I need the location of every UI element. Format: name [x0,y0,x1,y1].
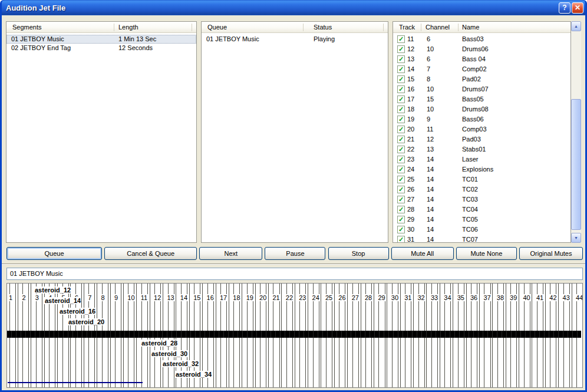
track-row[interactable]: ✓2414Explosions [393,164,570,174]
tracks-panel: Track Channel Name ✓116Bass03✓1210Drums0… [393,21,571,243]
measure-number: 41 [536,294,544,301]
track-row[interactable]: ✓2314Laser [393,154,570,164]
track-number: 13 [407,54,414,64]
track-row[interactable]: ✓1810Drums08 [393,104,570,114]
scrollbar-up-arrow-icon[interactable]: ▲ [571,21,581,31]
measure-number: 2 [21,294,26,301]
segments-column-header[interactable]: Segments [12,24,42,31]
help-button[interactable]: ? [559,2,570,14]
track-mute-checkbox[interactable]: ✓ [397,226,405,233]
track-number: 28 [407,205,414,215]
scrollbar-down-arrow-icon[interactable]: ▼ [571,233,581,243]
track-row[interactable]: ✓2614TC02 [393,185,570,195]
name-column-header[interactable]: Name [462,24,479,31]
track-number: 23 [407,154,414,164]
track-number: 22 [407,144,414,154]
track-mute-checkbox[interactable]: ✓ [397,136,405,143]
pause-button[interactable]: Pause [265,247,325,260]
segment-row[interactable]: 01 JETBOY Music1 Min 13 Sec [6,35,196,44]
track-channel: 11 [427,124,433,134]
track-mute-checkbox[interactable]: ✓ [397,126,405,133]
original-mutes-button[interactable]: Original Mutes [519,247,583,260]
track-name: Explosions [462,164,493,174]
track-row[interactable]: ✓2112Pad03 [393,134,570,144]
timeline-event-label: asteroid_16 [59,308,96,315]
track-row[interactable]: ✓158Pad02 [393,74,570,84]
queue-column-header[interactable]: Queue [207,24,227,31]
track-mute-checkbox[interactable]: ✓ [397,176,405,183]
track-mute-checkbox[interactable]: ✓ [397,55,405,63]
track-name: Comp03 [462,124,487,134]
track-number: 18 [407,104,414,114]
track-channel: 7 [427,64,430,74]
track-name: Stabs01 [462,144,486,154]
measure-number: 12 [153,294,161,301]
measure-number: 29 [377,294,385,301]
queue-row[interactable]: 01 JETBOY MusicPlaying [202,35,388,44]
track-mute-checkbox[interactable]: ✓ [397,85,405,93]
measure-number: 11 [140,294,148,301]
track-channel: 10 [427,104,434,114]
track-mute-checkbox[interactable]: ✓ [397,156,405,163]
track-channel: 6 [427,34,430,44]
track-column-header[interactable]: Track [399,24,415,31]
track-row[interactable]: ✓1610Drums07 [393,84,570,94]
track-row[interactable]: ✓2011Comp03 [393,124,570,134]
channel-column-header[interactable]: Channel [426,24,450,31]
next-button[interactable]: Next [199,247,262,260]
header-separator [383,24,384,31]
track-mute-checkbox[interactable]: ✓ [397,146,405,153]
track-mute-checkbox[interactable]: ✓ [397,236,405,242]
track-row[interactable]: ✓1715Bass05 [393,94,570,104]
track-mute-checkbox[interactable]: ✓ [397,95,405,103]
cancel-queue-button[interactable]: Cancel & Queue [104,247,197,260]
scrollbar-thumb[interactable] [571,99,581,230]
stop-button[interactable]: Stop [328,247,389,260]
tracks-scrollbar[interactable]: ▲ ▼ [571,21,581,243]
segments-list: 01 JETBOY Music1 Min 13 Sec02 JETBOY End… [6,34,196,242]
track-mute-checkbox[interactable]: ✓ [397,65,405,73]
track-name: Bass 04 [462,54,486,64]
queue-button[interactable]: Queue [6,247,102,260]
measure-number: 34 [443,294,451,301]
track-mute-checkbox[interactable]: ✓ [397,186,405,193]
track-mute-checkbox[interactable]: ✓ [397,206,405,213]
track-name: TC07 [462,235,478,242]
segment-row[interactable]: 02 JETBOY End Tag12 Seconds [6,44,196,52]
measure-number: 38 [496,294,504,301]
segments-panel-header: Segments Length [6,22,196,33]
track-row[interactable]: ✓116Bass03 [393,34,570,44]
timeline[interactable]: 1234567891011121314151617181920212223242… [6,283,583,388]
track-row[interactable]: ✓1210Drums06 [393,44,570,54]
track-row[interactable]: ✓2914TC05 [393,215,570,225]
track-row[interactable]: ✓2514TC01 [393,174,570,185]
track-row[interactable]: ✓3014TC06 [393,225,570,235]
track-mute-checkbox[interactable]: ✓ [397,106,405,113]
track-mute-checkbox[interactable]: ✓ [397,75,405,83]
queue-status: Playing [314,35,335,44]
timeline-event-label: asteroid_32 [162,360,199,367]
track-row[interactable]: ✓3114TC07 [393,235,570,242]
track-mute-checkbox[interactable]: ✓ [397,166,405,173]
mute-none-button[interactable]: Mute None [456,247,517,260]
scrollbar-track[interactable] [571,31,581,233]
track-row[interactable]: ✓136Bass 04 [393,54,570,64]
track-row[interactable]: ✓199Bass06 [393,114,570,124]
close-button[interactable]: ✕ [572,2,583,14]
current-segment-field[interactable]: 01 JETBOY Music [6,268,583,280]
track-mute-checkbox[interactable]: ✓ [397,116,405,123]
track-row[interactable]: ✓2814TC04 [393,205,570,215]
track-row[interactable]: ✓2213Stabs01 [393,144,570,154]
track-mute-checkbox[interactable]: ✓ [397,196,405,203]
length-column-header[interactable]: Length [118,24,138,31]
track-row[interactable]: ✓2714TC03 [393,195,570,205]
mute-all-button[interactable]: Mute All [391,247,454,260]
track-row[interactable]: ✓147Comp02 [393,64,570,74]
track-mute-checkbox[interactable]: ✓ [397,35,405,43]
track-number: 17 [407,94,414,104]
track-mute-checkbox[interactable]: ✓ [397,45,405,53]
track-mute-checkbox[interactable]: ✓ [397,216,405,223]
status-column-header[interactable]: Status [314,24,332,31]
measure-number: 14 [180,294,188,301]
titlebar[interactable]: Audition Jet File ? ✕ [2,0,585,15]
